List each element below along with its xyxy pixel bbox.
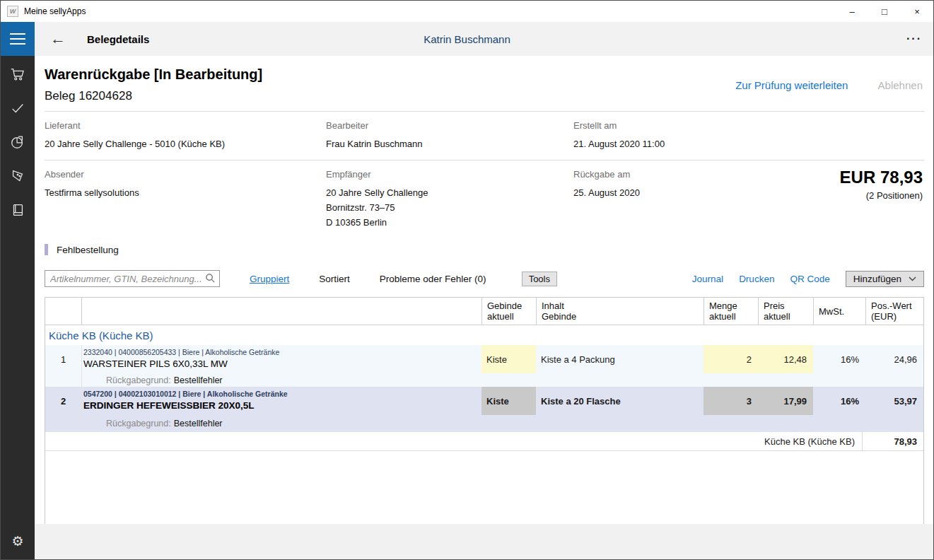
positions-count: (2 Positionen)	[840, 190, 923, 201]
empfaenger-line: D 10365 Berlin	[326, 215, 573, 230]
row-number: 2	[45, 387, 81, 415]
problems-toggle[interactable]: Probleme oder Fehler (0)	[380, 274, 486, 284]
tag-label: Fehlbestellung	[57, 245, 119, 255]
toolbar-right: Journal Drucken QR Code Hinzufügen	[692, 271, 924, 287]
header-pos-wert[interactable]: Pos.-Wert(EUR)	[865, 298, 923, 325]
table-row-selected[interactable]: 2 0547200 | 04002103010012 | Biere | Alk…	[45, 387, 923, 432]
app-title: Meine sellyApps	[24, 6, 86, 16]
bearbeiter-label: Bearbeiter	[326, 120, 573, 131]
more-options-icon[interactable]: ···	[906, 33, 922, 45]
article-meta: 2332040 | 04000856205433 | Biere | Alkoh…	[83, 347, 481, 357]
grouped-toggle[interactable]: Gruppiert	[250, 274, 289, 284]
bottom-strip	[35, 524, 933, 559]
gebinde-cell[interactable]: Kiste	[481, 345, 536, 373]
add-button[interactable]: Hinzufügen	[846, 271, 924, 287]
article-name: ERDINGER HEFEWEISSBIER 20X0,5L	[83, 400, 481, 411]
return-reason: Rückgabegrund: Bestellfehler	[81, 415, 481, 432]
mwst-cell: 16%	[813, 345, 865, 373]
empfaenger-line: 20 Jahre Selly Challenge	[326, 185, 573, 200]
hamburger-menu-icon	[10, 33, 25, 35]
table-header-row: Gebindeaktuell InhaltGebinde Mengeaktuel…	[45, 298, 923, 325]
app-window: W Meine sellyApps – □ × ← Belegdetails K…	[0, 0, 934, 560]
search-box	[45, 270, 220, 287]
article-meta: 0547200 | 04002103010012 | Biere | Alkoh…	[83, 389, 481, 399]
document-total: EUR 78,93 (2 Positionen)	[840, 168, 923, 201]
row-description: 2332040 | 04000856205433 | Biere | Alkoh…	[81, 345, 481, 373]
return-reason: Rückgabegrund: Bestellfehler	[81, 373, 481, 387]
add-button-label: Hinzufügen	[853, 274, 901, 284]
sidebar-item-reports[interactable]	[1, 125, 35, 159]
main-content: Warenrückgabe [In Bearbeitung] Beleg 162…	[35, 56, 933, 559]
pie-chart-icon	[10, 134, 25, 150]
header-inhalt[interactable]: InhaltGebinde	[536, 298, 704, 325]
bearbeiter-value: Frau Katrin Buschmann	[326, 136, 573, 151]
preis-cell[interactable]: 17,99	[758, 387, 813, 415]
tag-color-bar	[45, 244, 48, 255]
gebinde-cell[interactable]: Kiste	[481, 387, 536, 415]
book-icon	[10, 202, 25, 218]
positions-toolbar: Gruppiert Sortiert Probleme oder Fehler …	[45, 269, 924, 288]
tag-icon	[10, 168, 25, 184]
print-link[interactable]: Drucken	[739, 274, 774, 284]
lieferant-value: 20 Jahre Selly Challenge - 5010 (Küche K…	[45, 136, 326, 151]
absender-label: Absender	[45, 169, 326, 180]
inhalt-cell: Kiste a 20 Flasche	[536, 387, 704, 415]
close-button[interactable]: ×	[901, 1, 933, 22]
sidebar-item-catalog[interactable]	[1, 193, 35, 227]
sidebar-item-tasks[interactable]	[1, 91, 35, 125]
menge-cell[interactable]: 2	[704, 345, 758, 373]
erstellt-am-value: 21. August 2020 11:00	[573, 136, 924, 151]
empfaenger-line: Bornitzstr. 73–75	[326, 200, 573, 215]
user-name-link[interactable]: Katrin Buschmann	[424, 33, 510, 45]
sidebar-nav: ⚙	[1, 56, 35, 559]
reject-button[interactable]: Ablehnen	[878, 79, 923, 91]
row-number: 1	[45, 345, 81, 373]
absender-value: Testfirma sellysolutions	[45, 185, 326, 200]
search-icon	[205, 273, 216, 284]
sorted-toggle[interactable]: Sortiert	[319, 274, 350, 284]
qr-code-link[interactable]: QR Code	[790, 274, 829, 284]
article-name: WARSTEINER PILS 6X0,33L MW	[83, 358, 481, 369]
header-preis[interactable]: Preisaktuell	[758, 298, 813, 325]
menge-cell[interactable]: 3	[704, 387, 758, 415]
fields-row-1: Lieferant 20 Jahre Selly Challenge - 501…	[45, 112, 924, 160]
titlebar: W Meine sellyApps – □ ×	[1, 1, 933, 22]
document-header: Warenrückgabe [In Bearbeitung] Beleg 162…	[45, 56, 924, 111]
header-gebinde[interactable]: Gebindeaktuell	[481, 298, 536, 325]
tools-button[interactable]: Tools	[522, 272, 557, 286]
search-input[interactable]	[45, 270, 220, 287]
pos-wert-cell: 24,96	[865, 345, 923, 373]
fields-row-2: Absender Testfirma sellysolutions Empfän…	[45, 161, 924, 238]
gear-icon: ⚙	[11, 533, 23, 549]
hamburger-menu-button[interactable]	[1, 22, 35, 56]
mwst-cell: 16%	[813, 387, 865, 415]
group-total-value: 78,93	[862, 432, 923, 450]
pos-wert-cell: 53,97	[865, 387, 923, 415]
header-mwst[interactable]: MwSt.	[813, 298, 865, 325]
header-menge[interactable]: Mengeaktuell	[704, 298, 758, 325]
preis-cell[interactable]: 12,48	[758, 345, 813, 373]
document-actions: Zur Prüfung weiterleiten Ablehnen	[735, 79, 923, 91]
reason-tag: Fehlbestellung	[45, 243, 924, 257]
erstellt-am-label: Erstellt am	[573, 120, 924, 131]
page-title: Belegdetails	[87, 33, 149, 45]
app-header-bar: ← Belegdetails Katrin Buschmann ···	[1, 22, 933, 56]
total-amount: EUR 78,93	[840, 168, 923, 187]
table-row[interactable]: 1 2332040 | 04000856205433 | Biere | Alk…	[45, 345, 923, 387]
positions-table: Gebindeaktuell InhaltGebinde Mengeaktuel…	[45, 297, 924, 539]
group-total-row: Küche KB (Küche KB) 78,93	[45, 432, 923, 451]
sidebar-item-offers[interactable]	[1, 159, 35, 193]
check-icon	[10, 100, 25, 116]
journal-link[interactable]: Journal	[692, 274, 723, 284]
window-controls: – □ ×	[836, 1, 933, 22]
back-button[interactable]: ←	[50, 31, 66, 47]
app-logo-icon: W	[7, 6, 18, 17]
header-num	[45, 298, 81, 325]
group-header-row[interactable]: Küche KB (Küche KB)	[45, 325, 923, 345]
settings-button[interactable]: ⚙	[1, 524, 35, 558]
maximize-button[interactable]: □	[868, 1, 901, 22]
minimize-button[interactable]: –	[836, 1, 868, 22]
sidebar-item-cart[interactable]	[1, 57, 35, 91]
row-description: 0547200 | 04002103010012 | Biere | Alkoh…	[81, 387, 481, 415]
forward-for-review-button[interactable]: Zur Prüfung weiterleiten	[735, 79, 848, 91]
